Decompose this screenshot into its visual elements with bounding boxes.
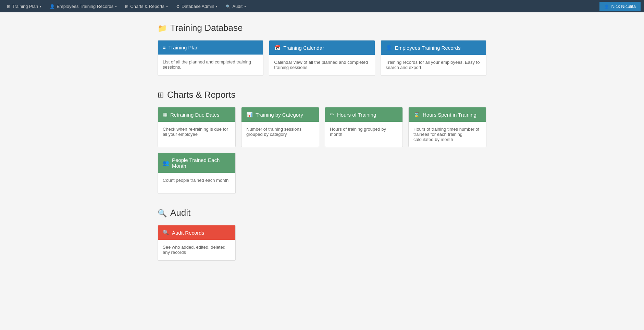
nav-charts-caret: ▾: [166, 4, 168, 8]
hours-spent-training-card[interactable]: ⌛ Hours Spent in Training Hours of train…: [408, 107, 486, 147]
nav-audit-icon: [226, 4, 231, 9]
user-person-icon: [604, 4, 609, 9]
training-calendar-card-header: 📅 Training Calendar: [269, 40, 374, 55]
training-database-header: Training Database: [158, 23, 486, 33]
list-icon: ≡: [163, 45, 166, 50]
folder-icon: [158, 23, 167, 33]
nav-charts-label: Charts & Reports: [130, 4, 164, 9]
calendar-icon: 📅: [274, 45, 281, 51]
retraining-due-dates-card[interactable]: ▦ Retraining Due Dates Check when re-tra…: [158, 107, 236, 147]
training-by-category-body: Number of training sessions grouped by c…: [242, 122, 319, 142]
hours-spent-training-body: Hours of training times number of traine…: [409, 122, 486, 147]
audit-title: Audit: [170, 208, 190, 218]
hours-of-training-card[interactable]: ✏ Hours of Training Hours of training gr…: [325, 107, 403, 147]
nav-audit-label: Audit: [232, 4, 243, 9]
nav-employees-training[interactable]: Employees Training Records ▾: [46, 2, 120, 11]
nav-user-icon: [50, 4, 55, 9]
retraining-due-dates-text: Check when re-training is due for all yo…: [163, 127, 228, 137]
charts-row2: 👥 People Trained Each Month Count people…: [158, 153, 486, 194]
training-database-cards: ≡ Training Plan List of all the planned …: [158, 40, 486, 76]
training-by-category-title: Training by Category: [256, 112, 303, 118]
training-calendar-card-body: Calendar view of all the planned and com…: [269, 55, 374, 75]
charts-reports-header: ⊞ Charts & Reports: [158, 90, 486, 100]
employees-training-card-title: Employees Training Records: [395, 45, 461, 51]
nav-employees-label: Employees Training Records: [57, 4, 113, 9]
nav-grid-icon: [7, 4, 10, 9]
training-database-title: Training Database: [170, 23, 243, 33]
training-calendar-card[interactable]: 📅 Training Calendar Calendar view of all…: [269, 40, 375, 76]
retraining-due-dates-title: Retraining Due Dates: [170, 112, 219, 118]
audit-header: Audit: [158, 208, 486, 218]
audit-records-text: See who added, edited, deleted any recor…: [163, 245, 225, 255]
employees-training-card-header: 👤 Employees Training Records: [381, 40, 486, 55]
audit-records-header: 🔍 Audit Records: [158, 225, 235, 240]
nav-db-icon: [176, 4, 180, 9]
hours-of-training-text: Hours of training grouped by month: [330, 127, 386, 137]
nav-audit[interactable]: Audit ▾: [222, 2, 249, 11]
search-card-icon: 🔍: [163, 229, 169, 236]
charts-section-icon: ⊞: [158, 91, 164, 99]
barchart-icon: 📊: [246, 111, 253, 118]
charts-reports-title: Charts & Reports: [167, 90, 235, 100]
training-plan-card-body: List of all the planned and completed tr…: [158, 55, 263, 75]
main-content: Training Database ≡ Training Plan List o…: [151, 23, 493, 261]
nav-database-admin[interactable]: Database Admin ▾: [173, 2, 221, 11]
people-trained-text: Count people trained each month: [163, 178, 228, 183]
charts-row1: ▦ Retraining Due Dates Check when re-tra…: [158, 107, 486, 147]
nav-charts-icon: [125, 4, 128, 9]
hours-spent-training-title: Hours Spent in Training: [423, 112, 476, 118]
nav-charts-reports[interactable]: Charts & Reports ▾: [122, 2, 171, 11]
nav-db-caret: ▾: [216, 4, 218, 8]
people-icon: 👥: [163, 160, 169, 166]
training-by-category-header: 📊 Training by Category: [242, 107, 319, 122]
retraining-due-dates-header: ▦ Retraining Due Dates: [158, 107, 235, 122]
user-menu[interactable]: Nick Niculita: [599, 2, 641, 11]
hourglass-icon: ⌛: [413, 111, 420, 118]
pencil-icon: ✏: [330, 111, 334, 118]
audit-records-card[interactable]: 🔍 Audit Records See who added, edited, d…: [158, 225, 236, 261]
audit-search-icon: [158, 208, 167, 218]
audit-records-body: See who added, edited, deleted any recor…: [158, 240, 235, 260]
training-by-category-card[interactable]: 📊 Training by Category Number of trainin…: [241, 107, 319, 147]
nav-training-plan-label: Training Plan: [12, 4, 38, 9]
nav-items: Training Plan ▾ Employees Training Recor…: [3, 2, 599, 11]
nav-db-label: Database Admin: [182, 4, 214, 9]
user-card-icon: 👤: [386, 45, 392, 51]
nav-training-plan-caret: ▾: [40, 4, 41, 8]
training-plan-card-title: Training Plan: [169, 45, 199, 50]
training-plan-card-header: ≡ Training Plan: [158, 40, 263, 55]
table-icon: ▦: [163, 111, 168, 118]
audit-cards: 🔍 Audit Records See who added, edited, d…: [158, 225, 486, 261]
training-plan-card[interactable]: ≡ Training Plan List of all the planned …: [158, 40, 263, 76]
audit-records-title: Audit Records: [172, 230, 204, 236]
nav-employees-caret: ▾: [115, 4, 117, 8]
hours-spent-training-header: ⌛ Hours Spent in Training: [409, 107, 486, 122]
hours-of-training-header: ✏ Hours of Training: [325, 107, 402, 122]
training-calendar-card-title: Training Calendar: [283, 45, 324, 51]
user-name: Nick Niculita: [611, 4, 636, 9]
training-database-section: Training Database ≡ Training Plan List o…: [158, 23, 486, 76]
training-by-category-text: Number of training sessions grouped by c…: [246, 127, 301, 137]
hours-of-training-body: Hours of training grouped by month: [325, 122, 402, 142]
nav-audit-caret: ▾: [244, 4, 246, 8]
charts-reports-section: ⊞ Charts & Reports ▦ Retraining Due Date…: [158, 90, 486, 194]
hours-of-training-title: Hours of Training: [337, 112, 376, 118]
employees-training-card-body: Training records for all your employees.…: [381, 55, 486, 75]
employees-training-card[interactable]: 👤 Employees Training Records Training re…: [381, 40, 486, 76]
training-plan-card-text: List of all the planned and completed tr…: [163, 59, 251, 70]
audit-section: Audit 🔍 Audit Records See who added, edi…: [158, 208, 486, 261]
people-trained-title: People Trained Each Month: [172, 157, 231, 169]
navbar: Training Plan ▾ Employees Training Recor…: [0, 0, 644, 12]
people-trained-body: Count people trained each month: [158, 173, 235, 193]
hours-spent-training-text: Hours of training times number of traine…: [413, 127, 479, 142]
employees-training-card-text: Training records for all your employees.…: [386, 60, 480, 70]
retraining-due-dates-body: Check when re-training is due for all yo…: [158, 122, 235, 142]
training-calendar-card-text: Calendar view of all the planned and com…: [274, 60, 368, 70]
nav-training-plan[interactable]: Training Plan ▾: [3, 2, 45, 11]
people-trained-card[interactable]: 👥 People Trained Each Month Count people…: [158, 153, 236, 194]
people-trained-header: 👥 People Trained Each Month: [158, 153, 235, 173]
